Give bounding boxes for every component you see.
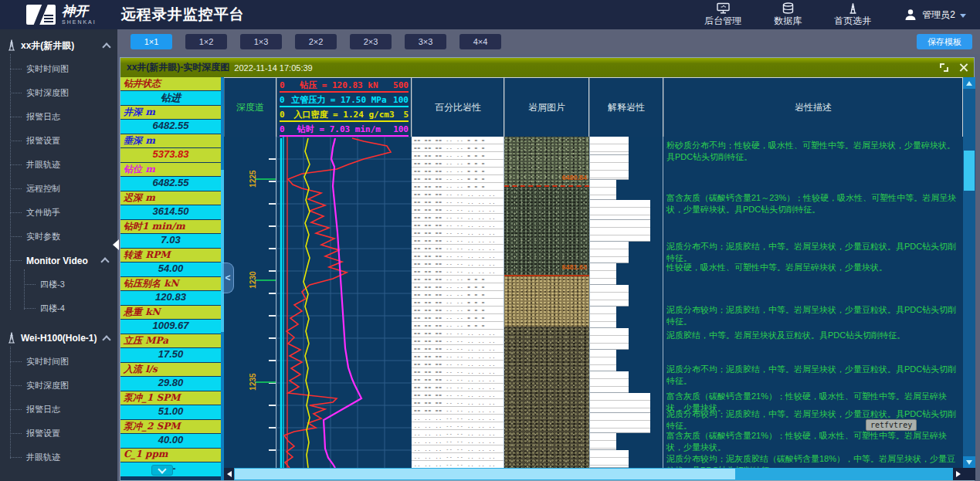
horizontal-scroll-thumb[interactable] xyxy=(235,469,735,479)
curve-scale-min: 0 xyxy=(280,94,285,106)
sidebar-item[interactable]: 井眼轨迹 xyxy=(0,445,117,469)
lithology-description-track: 粉砂质分布不均；性较硬，吸水性、可塑性中等。岩屑呈块状，少量碎块状。具PDC钻头… xyxy=(663,137,963,468)
sidebar-item[interactable]: 报警设置 xyxy=(0,129,117,153)
percent-lithology-row: == == == -- -- .. .. .. xyxy=(412,198,504,206)
sidebar-well[interactable]: xx井(新井眼) xyxy=(0,34,117,57)
param-label: 钻压别名 kN xyxy=(120,277,221,291)
cuttings-photo-track: 6480.846481.63 xyxy=(504,137,589,468)
scroll-right-button[interactable] xyxy=(953,468,963,480)
sidebar-item-label: 实时参数 xyxy=(26,231,60,242)
save-template-button[interactable]: 保存模板 xyxy=(917,34,972,49)
layout-tab-4×4[interactable]: 4×4 xyxy=(459,34,501,49)
layout-tab-2×2[interactable]: 2×2 xyxy=(295,34,337,49)
depth-major-tick xyxy=(255,381,276,383)
param-dropdown-button[interactable] xyxy=(151,465,173,476)
sidebar-item[interactable]: 报警日志 xyxy=(0,398,117,422)
percent-lithology-row: == == == -- -- .. .. .. xyxy=(412,337,504,345)
interpreted-lithology-block xyxy=(590,137,629,155)
depth-log-chart: 深度道 0钻压 = 120.83 kN5000立管压力 = 17.50 MPa1… xyxy=(224,77,975,480)
parameter-list: 钻井状态钻进井深 m6482.55垂深 m5373.83钻位 m6482.55迟… xyxy=(120,77,221,480)
percent-lithology-row: == == == -- -- .. .. .. xyxy=(412,345,504,353)
percent-lithology-row: == == == -- -- = = = xyxy=(412,322,504,330)
depth-label: 1235 xyxy=(249,371,257,394)
percent-lithology-row: == == == -- -- .. .. .. xyxy=(412,191,504,198)
param-value: --- xyxy=(120,462,221,476)
layout-tab-3×3[interactable]: 3×3 xyxy=(405,34,446,49)
layout-tab-1×1[interactable]: 1×1 xyxy=(131,34,172,49)
curve-legend-row: 0入口密度 = 1.24 g/cm35 xyxy=(280,107,409,122)
interpreted-lithology-block xyxy=(590,450,629,468)
vertical-scrollbar[interactable] xyxy=(963,77,975,468)
sidebar-item-label: 文件助手 xyxy=(26,207,60,218)
chart-header: 深度道 0钻压 = 120.83 kN5000立管压力 = 17.50 MPa1… xyxy=(224,77,963,137)
curve-scale-min: 0 xyxy=(280,124,285,135)
lithology-description: 性较硬，吸水性、可塑性中等。岩屑呈碎块状，少量块状。 xyxy=(666,262,957,273)
sidebar-item[interactable]: 井眼轨迹 xyxy=(0,153,117,177)
percent-lithology-row: == == == -- -- = = = xyxy=(412,183,504,191)
console-icon xyxy=(717,2,730,14)
parameter: 泵冲_1 SPM51.00 xyxy=(120,391,221,420)
chart-collapse-handle[interactable]: < xyxy=(222,263,234,293)
scroll-up-button[interactable] xyxy=(963,77,975,89)
well-tree-sidebar: xx井(新井眼)实时时间图实时深度图报警日志报警设置井眼轨迹远程控制文件助手实时… xyxy=(0,29,117,481)
curve-钻时 xyxy=(324,138,361,468)
sidebar-item[interactable]: 实时深度图 xyxy=(0,81,117,105)
layout-tab-1×2[interactable]: 1×2 xyxy=(185,34,227,49)
column-header-lithology-description: 岩性描述 xyxy=(663,78,963,137)
interpreted-lithology-track xyxy=(589,137,663,468)
user-menu[interactable]: 管理员2 xyxy=(904,8,966,22)
cuttings-photo-segment xyxy=(504,276,589,327)
well-name: Wei-H100(Hole-1) xyxy=(21,333,97,344)
sidebar-item[interactable]: 远程控制 xyxy=(0,177,117,201)
nav-home-well-select[interactable]: 首页选井 xyxy=(834,2,871,28)
sidebar-collapse-handle[interactable] xyxy=(113,239,119,250)
brand-logo-icon xyxy=(26,5,56,25)
chevron-up-icon xyxy=(102,42,110,51)
param-value: 1009.67 xyxy=(120,320,221,334)
sidebar-item[interactable]: 四楼-4 xyxy=(14,296,117,320)
sidebar-group[interactable]: Monitor Video xyxy=(0,249,117,273)
percent-lithology-row: == == == -- -- .. .. .. xyxy=(412,222,504,229)
param-label: 钻井状态 xyxy=(120,77,221,91)
vertical-scroll-thumb[interactable] xyxy=(964,151,975,191)
depth-label: 1225 xyxy=(249,168,257,191)
sidebar-item-label: 远程控制 xyxy=(26,183,60,195)
cuttings-photo-segment: 6480.84 xyxy=(504,137,589,187)
chevron-up-icon xyxy=(100,257,109,266)
percent-lithology-row: == == == -- -- .. .. .. xyxy=(412,252,504,260)
interpreted-lithology-block xyxy=(590,393,650,413)
scroll-left-button[interactable] xyxy=(224,468,234,480)
layout-tab-2×3[interactable]: 2×3 xyxy=(350,34,392,49)
percent-lithology-row: == == == -- -- .. .. .. xyxy=(412,268,504,276)
sidebar-item[interactable]: 报警日志 xyxy=(0,105,117,129)
param-value: 51.00 xyxy=(120,405,221,419)
maximize-icon[interactable] xyxy=(940,63,948,72)
parameter: C_1 ppm--- xyxy=(120,449,221,477)
sidebar-item[interactable]: 四楼-3 xyxy=(14,273,117,296)
sidebar-item[interactable]: 实时时间图 xyxy=(0,350,117,374)
nav-backend-management[interactable]: 后台管理 xyxy=(704,2,741,28)
depth-tick xyxy=(269,405,276,406)
param-label: 立压 MPa xyxy=(120,334,221,348)
depth-tick xyxy=(269,158,276,160)
sidebar-item[interactable]: 文件助手 xyxy=(0,201,117,225)
scroll-down-button[interactable] xyxy=(963,456,975,468)
curve-scale-max: 5 xyxy=(403,109,409,120)
sidebar-item-label: 报警日志 xyxy=(26,111,60,123)
nav-item-label: 数据库 xyxy=(774,15,802,28)
nav-database[interactable]: 数据库 xyxy=(774,2,802,28)
sidebar-item[interactable]: 报警设置 xyxy=(0,422,117,445)
sidebar-item[interactable]: 实时时间图 xyxy=(0,57,117,81)
param-label: 井深 m xyxy=(120,106,221,120)
horizontal-scrollbar[interactable] xyxy=(224,468,963,480)
percent-lithology-row: .. .. .. -- -- .. .. .. xyxy=(412,430,504,438)
percent-lithology-row: == == == -- -- = = = xyxy=(412,168,504,175)
param-value: 54.00 xyxy=(120,263,221,276)
sidebar-item[interactable]: 实时深度图 xyxy=(0,374,117,398)
layout-tab-1×3[interactable]: 1×3 xyxy=(240,34,282,49)
sidebar-well[interactable]: Wei-H100(Hole-1) xyxy=(0,327,117,350)
param-label: 入流 l/s xyxy=(120,363,221,377)
column-header-depth: 深度道 xyxy=(224,78,276,137)
sidebar-item[interactable]: 实时参数 xyxy=(0,225,117,249)
close-icon[interactable] xyxy=(959,63,968,72)
